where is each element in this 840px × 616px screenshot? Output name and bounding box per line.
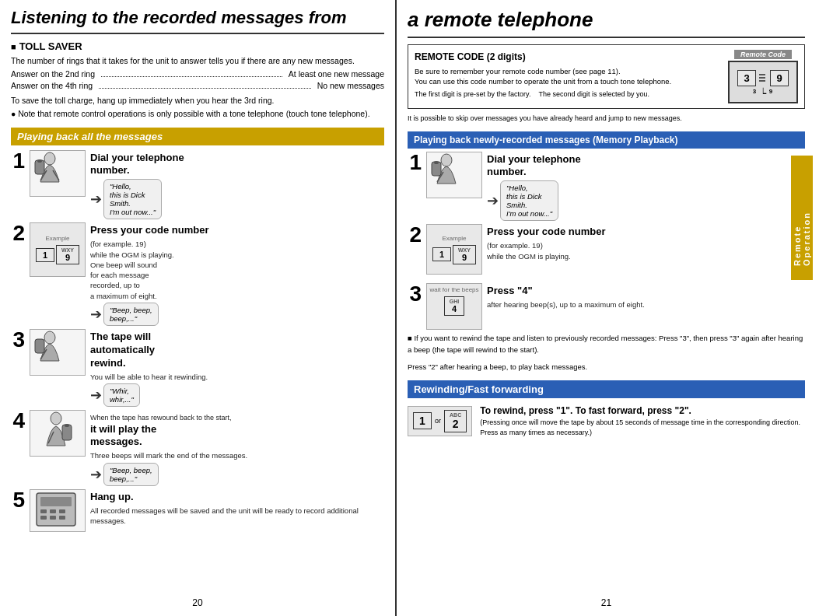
dotted-line-1 (101, 76, 282, 77)
rewind-note3: (Pressing once will move the tape by abo… (480, 418, 805, 437)
step-number-2: 2 (11, 222, 25, 244)
selected-note: The second digit is selected by you. (538, 89, 649, 100)
speech-bubble-3: "Whir,whir,..." (103, 383, 140, 407)
step-number-3: 3 (11, 329, 25, 351)
left-page: Listening to the recorded messages from … (0, 0, 397, 616)
rewind-key-2-num: 2 (453, 418, 459, 430)
step-number-4: 4 (11, 410, 25, 432)
toll-saver-row1: Answer on the 2nd ring At least one new … (11, 68, 384, 81)
svg-point-0 (44, 152, 55, 165)
key-4-stepr3: GHI 4 (444, 296, 464, 316)
step-r-content-3: Press "4" after hearing beep(s), up to a… (487, 283, 805, 310)
svg-rect-19 (59, 516, 65, 520)
left-header: Listening to the recorded messages from (11, 8, 384, 34)
svg-point-11 (65, 424, 69, 427)
person-phone-icon-1 (33, 151, 83, 196)
remote-code-diagram: Remote Code 3 (728, 50, 798, 103)
svg-point-4 (37, 159, 42, 163)
step-r-number-2: 2 (408, 224, 422, 246)
key-1-step2: 1 (36, 248, 54, 262)
arrow-icon-2: ➔ (90, 307, 102, 321)
step-r-image-3: wait for the beeps GHI 4 (426, 283, 482, 330)
diagram-header: Remote Code (734, 50, 792, 59)
person-phone-icon-3 (33, 330, 83, 375)
rewind-note1: ■ If you want to rewind the tape and lis… (408, 333, 805, 355)
step-image-4 (30, 410, 86, 457)
step-r-image-1 (426, 152, 482, 198)
step-bubble-row-3: ➔ "Whir,whir,..." (90, 383, 384, 407)
key-9-stepr2: WXY 9 (453, 245, 476, 264)
remote-code-label: REMOTE CODE (415, 51, 484, 62)
toll-row1-value: At least one new message (289, 68, 384, 81)
step-r-number-3: 3 (408, 283, 422, 305)
right-header: a remote telephone (408, 8, 805, 38)
step-image-1 (30, 150, 86, 197)
step-title-4: it will play themessages. (90, 423, 384, 450)
side-tab: Remote Operation (791, 156, 813, 280)
svg-rect-14 (40, 509, 47, 513)
rewind-key-box: 1 or ABC 2 (408, 406, 472, 436)
toll-saver-note2: ● Note that remote control operations is… (11, 108, 384, 120)
step-r-desc-2: (for example. 19)while the OGM is playin… (487, 240, 805, 261)
remote-code-text: REMOTE CODE (2 digits) Be sure to rememb… (415, 50, 720, 100)
step-image-3 (30, 329, 86, 376)
arrow-r-icon-1: ➔ (487, 194, 499, 208)
svg-rect-13 (40, 497, 72, 506)
step-r-content-1: Dial your telephonenumber. ➔ "Hello,this… (487, 152, 805, 222)
step-image-5 (30, 489, 86, 532)
step-r-title-2: Press your code number (487, 226, 805, 239)
speech-bubble-4: "Beep, beep,beep,..." (103, 463, 159, 486)
step-number-5: 5 (11, 489, 25, 511)
toll-saver-desc: The number of rings that it takes for th… (11, 55, 384, 67)
example-label-r2: Example (442, 235, 466, 242)
step-desc-4: Three beeps will mark the end of the mes… (90, 450, 384, 460)
svg-rect-15 (50, 509, 56, 513)
toll-row2-label: Answer on the 4th ring (11, 80, 93, 93)
step-pretext-4: When the tape has rewound back to the st… (90, 413, 384, 423)
arrow-icon-4: ➔ (90, 467, 102, 481)
step-content-1: Dial your telephonenumber. ➔ "Hello,this… (90, 150, 384, 220)
page-number-left: 20 (11, 594, 384, 608)
step-content-5: Hang up. All recorded messages will be s… (90, 489, 384, 526)
step-3-left: 3 The tape willautomaticallyrewind. You … (11, 329, 384, 407)
device-key-3: 3 (737, 70, 756, 86)
toll-row1-label: Answer on the 2nd ring (11, 68, 95, 81)
step-r-image-2: Example 1 WXY 9 (426, 224, 482, 275)
key-1-stepr2: 1 (432, 247, 451, 261)
step-bubble-row-4: ➔ "Beep, beep,beep,..." (90, 463, 384, 486)
step-5-left: 5 Hang up. All recorded mes (11, 489, 384, 536)
person-phone-icon-4 (33, 411, 83, 456)
phone-base-icon (33, 489, 83, 532)
example-label-2: Example (45, 235, 69, 242)
dotted-line-2 (99, 88, 311, 89)
arrow-icon-1: ➔ (90, 192, 102, 206)
step-number-1: 1 (11, 150, 25, 172)
rewind-key-2: ABC 2 (444, 410, 467, 432)
step-content-4: When the tape has rewound back to the st… (90, 410, 384, 486)
step-image-2: Example 1 WXY 9 (30, 222, 86, 277)
speech-r-bubble-1: "Hello,this is DickSmith.I'm out now..." (500, 180, 558, 221)
device-key-9: 9 (770, 70, 789, 86)
key-9-step2: WXY 9 (56, 245, 79, 264)
skip-note: It is possible to skip over messages you… (408, 114, 805, 124)
step-3-right: 3 wait for the beeps GHI 4 Press "4" aft… (408, 283, 805, 330)
memory-playback-banner: Playing back newly-recorded messages (Me… (408, 131, 805, 149)
step-r-desc-3: after hearing beep(s), up to a maximum o… (487, 299, 805, 310)
step-desc-3: You will be able to hear it rewinding. (90, 372, 384, 382)
remote-code-text2: You can use this code number to operate … (415, 76, 720, 86)
rewind-key-2-label: ABC (450, 412, 461, 418)
svg-point-8 (51, 412, 61, 425)
right-page: a remote telephone REMOTE CODE (2 digits… (397, 0, 813, 616)
step-r-content-2: Press your code number (for example. 19)… (487, 224, 805, 261)
step-desc-5: All recorded messages will be saved and … (90, 506, 384, 527)
step-r-title-3: Press "4" (487, 285, 805, 298)
step-bubble-row-2: ➔ "Beep, beep,beep,..." (90, 303, 384, 326)
arrow-icon-3: ➔ (90, 388, 102, 402)
step-r-number-1: 1 (408, 152, 422, 173)
svg-rect-17 (40, 516, 47, 520)
svg-point-20 (441, 154, 452, 166)
rewind-desc: To rewind, press "1". To fast forward, p… (480, 404, 805, 418)
device-box: 3 9 3 ⎿ 9 (728, 61, 798, 103)
step-desc-2: (for example. 19)while the OGM is playin… (90, 239, 384, 301)
rewind-action-row: 1 or ABC 2 To rewind, press "1". To fast… (408, 404, 805, 437)
